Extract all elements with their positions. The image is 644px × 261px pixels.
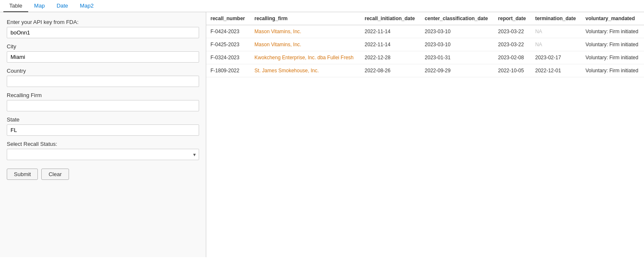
tab-date[interactable]: Date — [51, 0, 74, 12]
recall-status-wrapper: Ongoing Completed Terminated — [7, 149, 199, 160]
submit-button[interactable]: Submit — [7, 169, 38, 180]
col-voluntary-mandated: voluntary_mandated — [581, 12, 644, 25]
cell-recalling-firm: Mason Vitamins, Inc. — [250, 25, 361, 38]
col-center-classification-date: center_classification_date — [420, 12, 494, 25]
col-report-date: report_date — [494, 12, 531, 25]
cell-termination-date: NA — [531, 25, 581, 38]
table-row: F-0424-2023Mason Vitamins, Inc.2022-11-1… — [206, 25, 644, 38]
cell-classification-date: 2023-03-10 — [420, 25, 494, 38]
table-area: recall_number recalling_firm recall_init… — [206, 12, 644, 257]
recall-status-group: Select Recall Status: Ongoing Completed … — [7, 141, 199, 160]
country-input[interactable] — [7, 76, 199, 87]
api-key-label: Enter your API key from FDA: — [7, 19, 199, 25]
city-label: City — [7, 43, 199, 50]
tab-map[interactable]: Map — [28, 0, 51, 12]
cell-voluntary-mandated: Voluntary: Firm initiated — [581, 25, 644, 38]
cell-report-date: 2023-02-08 — [494, 51, 531, 64]
tab-bar: Table Map Date Map2 — [0, 0, 644, 12]
cell-voluntary-mandated: Voluntary: Firm initiated — [581, 51, 644, 64]
cell-termination-date: 2023-02-17 — [531, 51, 581, 64]
recall-status-select[interactable]: Ongoing Completed Terminated — [7, 149, 199, 160]
recalling-firm-input[interactable] — [7, 100, 199, 111]
col-recalling-firm: recalling_firm — [250, 12, 361, 25]
cell-classification-date: 2023-03-10 — [420, 38, 494, 51]
recalling-firm-label: Recalling Firm — [7, 92, 199, 98]
cell-initiation-date: 2022-08-26 — [360, 64, 420, 77]
cell-recall-number: F-0324-2023 — [206, 51, 250, 64]
cell-recall-number: F-0424-2023 — [206, 25, 250, 38]
results-table: recall_number recalling_firm recall_init… — [206, 12, 644, 77]
col-recall-number: recall_number — [206, 12, 250, 25]
sidebar: Enter your API key from FDA: City Countr… — [0, 12, 206, 257]
cell-recall-number: F-0425-2023 — [206, 38, 250, 51]
cell-recalling-firm: St. James Smokehouse, Inc. — [250, 64, 361, 77]
country-group: Country — [7, 68, 199, 87]
cell-classification-date: 2022-09-29 — [420, 64, 494, 77]
cell-voluntary-mandated: Voluntary: Firm initiated — [581, 64, 644, 77]
cell-recalling-firm: Mason Vitamins, Inc. — [250, 38, 361, 51]
cell-report-date: 2023-03-22 — [494, 38, 531, 51]
table-row: F-1809-2022St. James Smokehouse, Inc.202… — [206, 64, 644, 77]
api-key-input[interactable] — [7, 27, 199, 38]
state-label: State — [7, 116, 199, 123]
state-group: State — [7, 116, 199, 136]
table-row: F-0425-2023Mason Vitamins, Inc.2022-11-1… — [206, 38, 644, 51]
cell-report-date: 2022-10-05 — [494, 64, 531, 77]
cell-initiation-date: 2022-11-14 — [360, 38, 420, 51]
cell-termination-date: NA — [531, 38, 581, 51]
api-key-group: Enter your API key from FDA: — [7, 19, 199, 38]
recalling-firm-group: Recalling Firm — [7, 92, 199, 111]
main-layout: Enter your API key from FDA: City Countr… — [0, 12, 644, 257]
cell-voluntary-mandated: Voluntary: Firm initiated — [581, 38, 644, 51]
tab-table[interactable]: Table — [3, 0, 28, 12]
city-group: City — [7, 43, 199, 63]
country-label: Country — [7, 68, 199, 74]
city-input[interactable] — [7, 51, 199, 63]
table-header-row: recall_number recalling_firm recall_init… — [206, 12, 644, 25]
recall-status-label: Select Recall Status: — [7, 141, 199, 147]
cell-recall-number: F-1809-2022 — [206, 64, 250, 77]
tab-map2[interactable]: Map2 — [74, 0, 100, 12]
cell-initiation-date: 2022-12-28 — [360, 51, 420, 64]
col-recall-initiation-date: recall_initiation_date — [360, 12, 420, 25]
cell-termination-date: 2022-12-01 — [531, 64, 581, 77]
cell-initiation-date: 2022-11-14 — [360, 25, 420, 38]
cell-report-date: 2023-03-22 — [494, 25, 531, 38]
button-row: Submit Clear — [7, 169, 199, 180]
col-termination-date: termination_date — [531, 12, 581, 25]
state-input[interactable] — [7, 124, 199, 136]
clear-button[interactable]: Clear — [41, 169, 69, 180]
table-row: F-0324-2023Kwokcheng Enterprise, Inc. db… — [206, 51, 644, 64]
cell-classification-date: 2023-01-31 — [420, 51, 494, 64]
cell-recalling-firm: Kwokcheng Enterprise, Inc. dba Fullei Fr… — [250, 51, 361, 64]
